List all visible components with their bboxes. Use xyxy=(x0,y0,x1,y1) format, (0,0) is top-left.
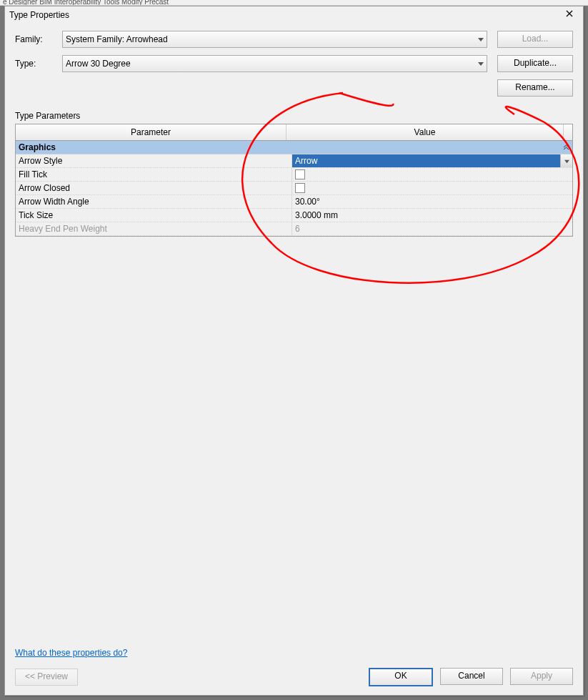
arrow-style-value-cell[interactable]: Arrow xyxy=(292,154,572,167)
chevron-down-icon xyxy=(478,59,484,69)
duplicate-button[interactable]: Duplicate... xyxy=(497,55,573,72)
row-arrow-style: Arrow Style Arrow xyxy=(16,154,572,168)
arrow-width-angle-value-cell[interactable]: 30.00° xyxy=(292,195,572,208)
group-label: Graphics xyxy=(19,142,56,152)
param-label: Fill Tick xyxy=(16,168,292,181)
param-label: Arrow Style xyxy=(16,154,292,167)
tick-size-value-cell[interactable]: 3.0000 mm xyxy=(292,209,572,222)
param-label: Tick Size xyxy=(16,209,292,222)
close-icon[interactable] xyxy=(560,9,579,21)
ok-button[interactable]: OK xyxy=(369,668,433,686)
family-value: System Family: Arrowhead xyxy=(66,34,168,44)
apply-button: Apply xyxy=(510,668,573,685)
type-dropdown[interactable]: Arrow 30 Degree xyxy=(62,55,487,72)
arrow-width-angle-value: 30.00° xyxy=(295,197,320,207)
svg-marker-4 xyxy=(564,159,569,162)
svg-marker-3 xyxy=(478,62,484,66)
param-label: Heavy End Pen Weight xyxy=(16,222,292,235)
arrow-style-value: Arrow xyxy=(295,156,317,166)
family-label: Family: xyxy=(15,34,62,44)
row-fill-tick: Fill Tick xyxy=(16,168,572,182)
column-header-parameter[interactable]: Parameter xyxy=(16,124,286,140)
load-button: Load... xyxy=(497,31,573,48)
column-header-spacer xyxy=(564,124,572,140)
row-tick-size: Tick Size 3.0000 mm xyxy=(16,209,572,222)
fill-tick-value-cell[interactable] xyxy=(292,168,572,181)
help-link[interactable]: What do these properties do? xyxy=(15,648,127,658)
rename-button[interactable]: Rename... xyxy=(497,79,573,97)
param-label: Arrow Width Angle xyxy=(16,195,292,208)
type-value: Arrow 30 Degree xyxy=(66,59,131,69)
row-heavy-end-pen-weight: Heavy End Pen Weight 6 xyxy=(16,222,572,236)
svg-marker-2 xyxy=(478,38,484,41)
group-row-graphics[interactable]: Graphics xyxy=(16,141,572,154)
chevron-down-icon[interactable] xyxy=(560,154,572,167)
row-arrow-closed: Arrow Closed xyxy=(16,182,572,195)
family-dropdown[interactable]: System Family: Arrowhead xyxy=(62,31,487,48)
column-header-value[interactable]: Value xyxy=(286,124,564,140)
heavy-end-value: 6 xyxy=(295,224,300,234)
dialog-titlebar: Type Properties xyxy=(5,6,583,24)
chevron-down-icon xyxy=(478,34,484,44)
type-properties-dialog: Type Properties Family: System Family: A… xyxy=(4,6,584,696)
arrow-closed-value-cell[interactable] xyxy=(292,182,572,194)
cancel-button[interactable]: Cancel xyxy=(440,668,503,685)
preview-button[interactable]: << Preview xyxy=(15,669,78,686)
fill-tick-checkbox[interactable] xyxy=(295,169,305,179)
row-arrow-width-angle: Arrow Width Angle 30.00° xyxy=(16,195,572,209)
heavy-end-value-cell: 6 xyxy=(292,222,572,235)
collapse-icon[interactable] xyxy=(563,144,569,152)
dialog-title: Type Properties xyxy=(9,6,69,24)
parameters-grid: Parameter Value Graphics Arrow Style Arr… xyxy=(15,124,573,237)
arrow-closed-checkbox[interactable] xyxy=(295,183,305,193)
param-label: Arrow Closed xyxy=(16,182,292,194)
type-label: Type: xyxy=(15,59,62,69)
app-menubar-fragment: e Designer BIM Interoperability Tools Mo… xyxy=(0,0,588,6)
type-parameters-label: Type Parameters xyxy=(15,111,573,121)
tick-size-value: 3.0000 mm xyxy=(295,210,338,220)
